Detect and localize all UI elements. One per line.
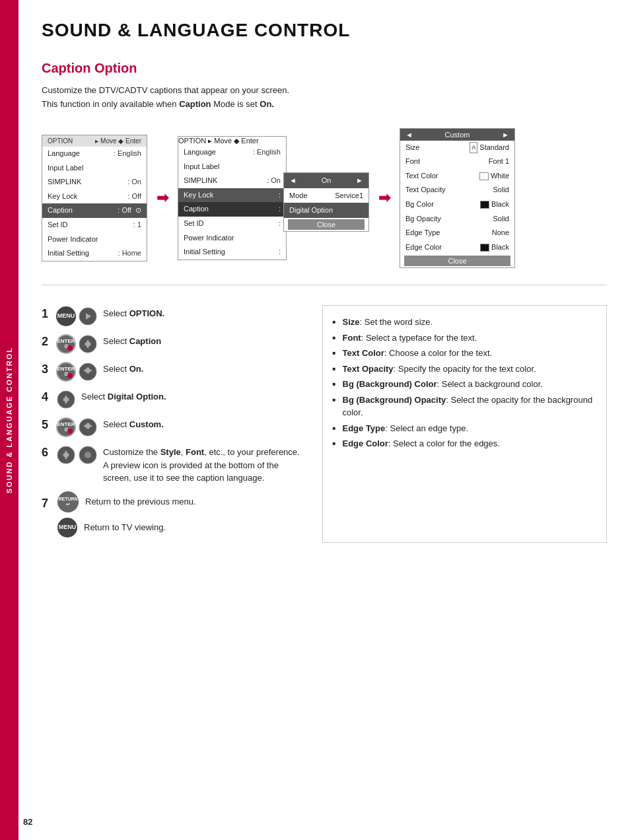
intro-line2: This function in only available when [42,99,177,109]
menu1-row-keylock: Key Lock : Off [42,190,147,204]
bg-color-swatch [480,201,489,209]
arrow-2: ➡ [378,190,390,207]
step-menu-text: Return to TV viewing. [84,522,166,532]
svg-point-18 [85,452,91,458]
enter-button-5[interactable]: ENTER⊙ [56,417,76,437]
step4-text: Select Digital Option. [81,390,166,403]
nav-ring-2 [78,334,98,354]
menu1-header: OPTION ▸ Move ◆ Enter [42,135,147,147]
step2-text: Select Caption [103,335,161,348]
menu1-hint: ▸ Move ◆ Enter [95,137,141,145]
page-number: 82 [23,817,32,827]
intro-bold1: Caption [179,99,211,109]
submenu-digital-row: Digital Option [284,203,368,218]
step6-icons [56,445,98,465]
section-title: Caption Option [42,61,607,76]
menu2-row-setid: Set ID : [178,217,286,231]
nav-enter-6 [78,445,98,465]
digital-option-label: Digital Option [289,204,333,217]
step-3: 3 ENTER⊙ Select On. [42,361,306,382]
menu3-custom: ◄ Custom ► Size A Standard Font Font 1 T… [400,128,515,269]
nav-ring-4 [56,390,76,409]
menu2-hint: ▸ Move ◆ Enter [208,137,258,145]
menu2-row-power: Power Indicator [178,231,286,246]
step1-icons: MENU [56,306,98,326]
custom-left: ◄ [405,131,413,139]
step-1: 1 MENU Select OPTION. [42,305,306,326]
custom-row-size: Size A Standard [400,141,514,155]
submenu-close[interactable]: Close [288,219,365,230]
page-title: SOUND & LANGUAGE CONTROL [42,20,607,41]
menu2-row-keylock: Key Lock : [178,188,286,203]
menu2-title: OPTION [178,137,206,145]
menu1-row-simplink: SIMPLINK : On [42,175,147,190]
menu1: OPTION ▸ Move ◆ Enter Language : English… [42,135,147,262]
intro-line1: Customize the DTV/CADTV captions that ap… [42,85,289,95]
custom-row-font: Font Font 1 [400,155,514,169]
bullet-list: Size: Set the word size. Font: Select a … [333,316,597,450]
bullet-edgetype: Edge Type: Select an edge type. [333,422,597,435]
nav-ring-3 [78,362,98,382]
step3-icons: ENTER⊙ [56,362,98,382]
custom-row-bgopacity: Bg Opacity Solid [400,212,514,227]
sidebar-label: SOUND & LANGUAGE CONTROL [5,347,13,493]
bullet-font: Font: Select a typeface for the text. [333,332,597,345]
menu1-row-inputlabel: Input Label [42,161,147,176]
step-5: 5 ENTER⊙ Select Custom. [42,416,306,437]
enter-button-2[interactable]: ENTER⊙ [56,334,76,354]
menu1-row-language: Language : English [42,147,147,161]
enter-button-3[interactable]: ENTER⊙ [56,362,76,382]
intro-mid: Mode is set [213,99,257,109]
screens-area: OPTION ▸ Move ◆ Enter Language : English… [42,128,607,286]
bullet-textcolor: Text Color: Choose a color for the text. [333,347,597,360]
bullets-panel: Size: Set the word size. Font: Select a … [322,305,608,543]
step7-text: Return to the previous menu. [85,497,196,507]
menu2-row-caption: Caption : [178,202,286,217]
text-color-swatch [479,172,489,180]
custom-row-edgetype: Edge Type None [400,226,514,240]
step4-icons [56,390,76,409]
bottom-steps: 7 RETURN↩ Return to the previous menu. M… [42,491,306,538]
menu1-row-initial: Initial Setting : Home [42,246,147,261]
nav-ring-1 [78,306,98,326]
step-4: 4 Select Digital Option. [42,388,306,409]
intro-bold2: On. [260,99,274,109]
custom-row-textopacity: Text Opacity Solid [400,183,514,197]
custom-title: Custom [445,131,470,139]
return-button[interactable]: RETURN↩ [57,491,79,512]
menu2-row-inputlabel: Input Label [178,160,286,174]
menu2-row-simplink: SIMPLINK : On [178,174,286,188]
steps-left: 1 MENU Select OPTION. 2 ENTER⊙ Select Ca… [42,305,306,543]
steps-section: 1 MENU Select OPTION. 2 ENTER⊙ Select Ca… [42,305,607,543]
edge-color-swatch [480,244,489,252]
size-icon: A [470,142,477,153]
custom-close[interactable]: Close [404,256,510,266]
step5-icons: ENTER⊙ [56,417,98,437]
bullet-size: Size: Set the word size. [333,316,597,329]
intro-text: Customize the DTV/CADTV captions that ap… [42,84,607,112]
menu2-row-initial: Initial Setting : [178,245,286,260]
menu1-title: OPTION [48,137,73,145]
custom-right: ► [502,131,509,139]
bullet-edgecolor: Edge Color: Select a color for the edges… [333,437,597,450]
custom-row-bgcolor: Bg Color Black [400,197,514,212]
custom-header: ◄ Custom ► [400,129,514,141]
step5-text: Select Custom. [103,418,164,431]
menu2-area: OPTION ▸ Move ◆ Enter Language : English… [178,136,369,260]
nav-ud-6 [56,445,76,465]
step3-text: Select On. [103,363,143,376]
menu2: OPTION ▸ Move ◆ Enter Language : English… [178,136,287,260]
submenu-mode-row: Mode Service1 [284,188,368,203]
submenu: ◄ On ► Mode Service1 Digital Option Clos… [283,172,369,232]
menu-button-bottom[interactable]: MENU [57,518,77,538]
menu2-row-language: Language : English [178,145,286,160]
bullet-textopacity: Text Opacity: Specify the opacity for th… [333,363,597,376]
submenu-on-row: ◄ On ► [284,173,368,188]
bullet-bgopacity: Bg (Background) Opacity: Select the opac… [333,394,597,419]
step-7: 7 RETURN↩ Return to the previous menu. [42,491,306,512]
custom-row-textcolor: Text Color White [400,169,514,184]
custom-row-edgecolor: Edge Color Black [400,240,514,255]
menu-button-1[interactable]: MENU [56,306,76,326]
sidebar: SOUND & LANGUAGE CONTROL [0,0,18,840]
main-content: SOUND & LANGUAGE CONTROL Caption Option … [18,0,630,576]
